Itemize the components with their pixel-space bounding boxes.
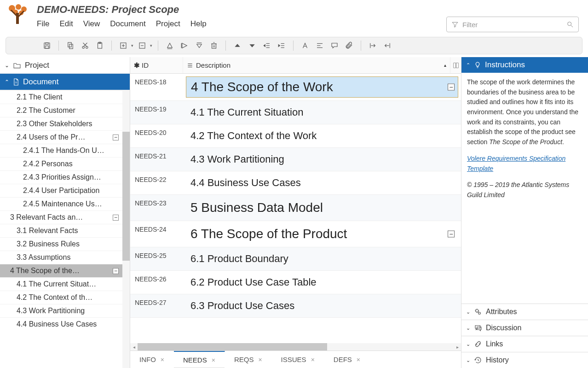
cell-description[interactable]: 4 The Scope of the Work− <box>183 74 461 100</box>
tree-item[interactable]: 3 Relevant Facts an…− <box>0 210 122 224</box>
mark-deferred-button[interactable] <box>193 40 205 52</box>
svg-rect-27 <box>212 44 216 48</box>
cell-id: NEEDS-21 <box>130 148 183 171</box>
link-out-button[interactable] <box>367 40 379 52</box>
close-icon[interactable]: × <box>311 356 315 363</box>
history-section[interactable]: ⌄ History <box>461 352 588 368</box>
grid-row[interactable]: NEEDS-256.1 Product Boundary <box>130 247 461 271</box>
column-header-id[interactable]: ✱ID <box>130 57 183 73</box>
column-header-description[interactable]: Description ▴ <box>183 57 450 73</box>
attach-button[interactable] <box>343 40 355 52</box>
grid-row[interactable]: NEEDS-266.2 Product Use Case Table <box>130 271 461 294</box>
tree-item[interactable]: 2.4.5 Maintenance Us… <box>0 197 122 210</box>
sort-icon[interactable]: ▴ <box>444 63 446 68</box>
attributes-section[interactable]: ⌄ Attributes <box>461 304 588 320</box>
grid-row[interactable]: NEEDS-235 Business Data Model <box>130 195 461 221</box>
filter-input[interactable] <box>462 21 563 29</box>
cell-description[interactable]: 6.1 Product Boundary <box>183 247 461 270</box>
tab-info[interactable]: INFO× <box>130 351 174 368</box>
grid-row[interactable]: NEEDS-194.1 The Current Situation <box>130 101 461 124</box>
mark-approved-button[interactable] <box>179 40 190 52</box>
sidebar-project-header[interactable]: ⌄ Project <box>0 57 130 74</box>
column-settings-button[interactable] <box>450 57 461 73</box>
menu-edit[interactable]: Edit <box>59 19 73 29</box>
grid-row[interactable]: NEEDS-276.3 Product Use Cases <box>130 294 461 318</box>
search-icon[interactable] <box>566 21 574 28</box>
sidebar-scrollbar[interactable] <box>122 90 130 368</box>
tab-issues[interactable]: ISSUES× <box>272 351 324 368</box>
tree-item[interactable]: 2.4.4 User Participation <box>0 184 122 197</box>
gears-icon <box>474 308 482 316</box>
cell-description[interactable]: 4.3 Work Partitioning <box>183 148 461 171</box>
tab-needs[interactable]: NEEDS× <box>174 351 225 368</box>
grid-row[interactable]: NEEDS-214.3 Work Partitioning <box>130 148 461 171</box>
grid-row[interactable]: NEEDS-204.2 The Context of the Work <box>130 124 461 148</box>
paste-button[interactable] <box>94 40 106 52</box>
instructions-header[interactable]: ⌃ Instructions <box>461 57 588 73</box>
align-button[interactable] <box>314 40 326 52</box>
save-button[interactable] <box>41 40 53 52</box>
cell-description[interactable]: 5 Business Data Model <box>183 195 461 221</box>
comment-button[interactable] <box>329 40 340 52</box>
move-down-button[interactable] <box>246 40 258 52</box>
cell-description[interactable]: 6.2 Product Use Case Table <box>183 271 461 294</box>
sidebar-document-header[interactable]: ⌃ Document <box>0 74 130 90</box>
cell-description[interactable]: 6.3 Product Use Cases <box>183 294 461 317</box>
link-in-button[interactable] <box>381 40 393 52</box>
grid-row[interactable]: NEEDS-184 The Scope of the Work− <box>130 74 461 101</box>
move-up-button[interactable] <box>231 40 243 52</box>
close-icon[interactable]: × <box>161 356 164 363</box>
tree-item[interactable]: 4 The Scope of the…− <box>0 264 122 277</box>
tree-item[interactable]: 2.4.3 Priorities Assign… <box>0 170 122 184</box>
cell-id: NEEDS-23 <box>130 195 183 221</box>
tab-reqs[interactable]: REQS× <box>225 351 272 368</box>
tree-item[interactable]: 4.3 Work Partitioning <box>0 304 122 317</box>
collapse-icon[interactable]: − <box>448 84 455 91</box>
cut-button[interactable] <box>79 40 91 52</box>
cell-description[interactable]: 4.1 The Current Situation <box>183 101 461 124</box>
copy-button[interactable] <box>64 40 76 52</box>
tree-item[interactable]: 2.4.1 The Hands-On U… <box>0 144 122 157</box>
right-panel: ⌃ Instructions The scope of the work det… <box>461 57 588 368</box>
cell-description[interactable]: 4.4 Business Use Cases <box>183 171 461 194</box>
tree-item[interactable]: 3.3 Assumptions <box>0 251 122 264</box>
discussion-section[interactable]: ⌄ Discussion <box>461 320 588 336</box>
volere-link[interactable]: Volere Requirements Specification Templa… <box>467 155 565 172</box>
menu-view[interactable]: View <box>83 19 100 29</box>
new-item-button[interactable] <box>117 40 129 52</box>
filter-box[interactable] <box>446 17 579 32</box>
chat-icon <box>474 324 482 332</box>
tree-item[interactable]: 3.1 Relevant Facts <box>0 224 122 237</box>
text-format-button[interactable] <box>299 40 311 52</box>
menu-file[interactable]: File <box>37 19 49 29</box>
mark-reviewed-button[interactable] <box>164 40 176 52</box>
menu-project[interactable]: Project <box>156 19 180 29</box>
tree-item[interactable]: 4.2 The Context of th… <box>0 291 122 304</box>
tree-item[interactable]: 2.4.2 Personas <box>0 157 122 170</box>
tree-item[interactable]: 2.2 The Customer <box>0 104 122 117</box>
app-header: DEMO-NEEDS: Project Scope File Edit View… <box>0 0 588 34</box>
collapse-icon[interactable]: − <box>448 231 455 238</box>
links-section[interactable]: ⌄ Links <box>461 336 588 352</box>
close-icon[interactable]: × <box>357 356 360 363</box>
tab-defs[interactable]: DEFS× <box>324 351 370 368</box>
tree-item[interactable]: 4.4 Business Use Cases <box>0 317 122 331</box>
menu-document[interactable]: Document <box>110 19 145 29</box>
tree-item[interactable]: 2.1 The Client <box>0 90 122 104</box>
delete-button[interactable] <box>208 40 220 52</box>
close-icon[interactable]: × <box>258 356 262 363</box>
tree-item[interactable]: 2.4 Users of the Pr…− <box>0 130 122 144</box>
menu-help[interactable]: Help <box>190 19 207 29</box>
tree-item[interactable]: 3.2 Business Rules <box>0 237 122 251</box>
close-icon[interactable]: × <box>212 356 215 364</box>
tree-item[interactable]: 2.3 Other Stakeholders <box>0 117 122 130</box>
grid-row[interactable]: NEEDS-224.4 Business Use Cases <box>130 171 461 195</box>
cell-description[interactable]: 4.2 The Context of the Work <box>183 124 461 147</box>
grid-row[interactable]: NEEDS-246 The Scope of the Product− <box>130 221 461 247</box>
tree-item[interactable]: 4.1 The Current Situat… <box>0 277 122 291</box>
outdent-button[interactable] <box>261 40 273 52</box>
cell-description[interactable]: 6 The Scope of the Product− <box>183 221 461 247</box>
remove-item-button[interactable] <box>136 40 148 52</box>
horizontal-scrollbar[interactable]: ◂▸ <box>130 343 461 350</box>
indent-button[interactable] <box>276 40 288 52</box>
